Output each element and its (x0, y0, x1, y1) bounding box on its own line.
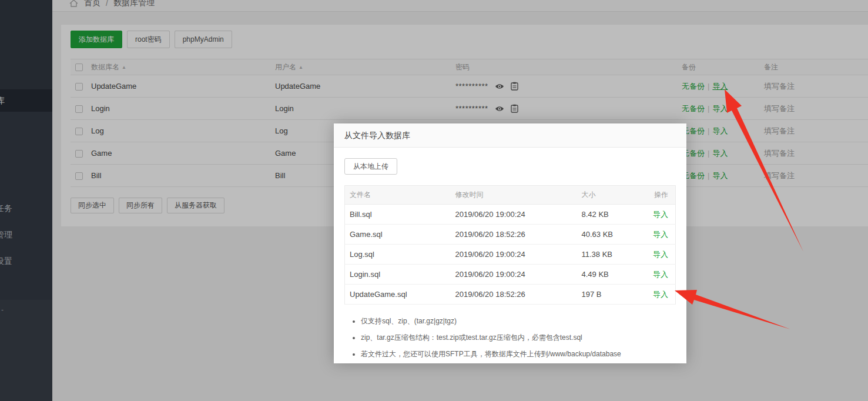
file-import-link[interactable]: 导入 (653, 210, 668, 219)
header-mtime: 修改时间 (451, 186, 577, 205)
note-item: zip、tar.gz压缩包结构：test.zip或test.tar.gz压缩包内… (361, 333, 676, 343)
backup-file-row: Bill.sql 2019/06/20 19:00:24 8.42 KB 导入 (345, 205, 676, 225)
size-cell: 40.63 KB (577, 225, 641, 245)
size-cell: 197 B (577, 285, 641, 305)
header-filename: 文件名 (345, 186, 451, 205)
mtime-cell: 2019/06/20 18:52:26 (451, 285, 577, 305)
filename-cell: UpdateGame.sql (345, 285, 451, 305)
modal-notes: 仅支持sql、zip、(tar.gz|gz|tgz) zip、tar.gz压缩包… (344, 316, 676, 359)
mtime-cell: 2019/06/20 18:52:26 (451, 225, 577, 245)
modal-title: 从文件导入数据库 (334, 123, 686, 148)
header-size: 大小 (577, 186, 641, 205)
backup-file-row: Log.sql 2019/06/20 19:00:24 11.38 KB 导入 (345, 245, 676, 265)
header-action: 操作 (641, 186, 676, 205)
backup-file-row: UpdateGame.sql 2019/06/20 18:52:26 197 B… (345, 285, 676, 305)
mtime-cell: 2019/06/20 19:00:24 (451, 245, 577, 265)
file-import-link[interactable]: 导入 (653, 230, 668, 239)
note-item: 仅支持sql、zip、(tar.gz|gz|tgz) (361, 316, 676, 326)
upload-from-local-button[interactable]: 从本地上传 (344, 158, 397, 175)
file-import-link[interactable]: 导入 (653, 270, 668, 279)
file-import-link[interactable]: 导入 (653, 250, 668, 259)
file-import-link[interactable]: 导入 (653, 290, 668, 299)
files-table-header-row: 文件名 修改时间 大小 操作 (345, 186, 676, 205)
backup-file-row: Game.sql 2019/06/20 18:52:26 40.63 KB 导入 (345, 225, 676, 245)
size-cell: 8.42 KB (577, 205, 641, 225)
filename-cell: Game.sql (345, 225, 451, 245)
filename-cell: Log.sql (345, 245, 451, 265)
size-cell: 4.49 KB (577, 265, 641, 285)
backup-file-row: Login.sql 2019/06/20 19:00:24 4.49 KB 导入 (345, 265, 676, 285)
mtime-cell: 2019/06/20 19:00:24 (451, 205, 577, 225)
note-item: 若文件过大，您还可以使用SFTP工具，将数据库文件上传到/www/backup/… (361, 349, 676, 359)
filename-cell: Bill.sql (345, 205, 451, 225)
size-cell: 11.38 KB (577, 245, 641, 265)
import-database-modal: × 从文件导入数据库 从本地上传 文件名 修改时间 大小 操作 Bill.sql… (334, 123, 686, 363)
mtime-cell: 2019/06/20 19:00:24 (451, 265, 577, 285)
filename-cell: Login.sql (345, 265, 451, 285)
backup-files-table: 文件名 修改时间 大小 操作 Bill.sql 2019/06/20 19:00… (344, 185, 676, 305)
